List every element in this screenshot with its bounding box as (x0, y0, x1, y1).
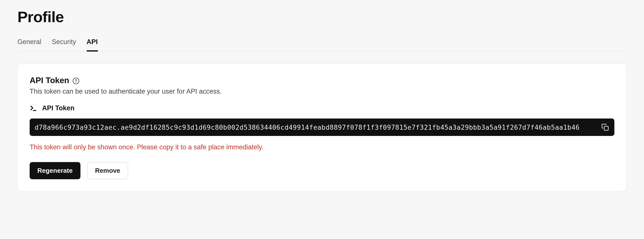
tab-general[interactable]: General (18, 38, 41, 52)
card-title: API Token (30, 76, 69, 85)
api-token-card: API Token ? This token can be used to au… (18, 64, 626, 192)
svg-rect-1 (604, 126, 608, 130)
tab-api[interactable]: API (87, 38, 98, 52)
token-warning: This token will only be shown once. Plea… (30, 144, 614, 151)
token-display: d78a966c973a93c12aec.ae9d2df16285c9c93d1… (30, 118, 614, 136)
copy-icon (602, 124, 609, 131)
card-description: This token can be used to authenticate y… (30, 88, 614, 95)
help-icon[interactable]: ? (73, 78, 79, 84)
copy-button[interactable] (601, 123, 610, 132)
token-value: d78a966c973a93c12aec.ae9d2df16285c9c93d1… (34, 124, 597, 131)
terminal-icon (30, 104, 37, 112)
page-title: Profile (18, 8, 626, 26)
token-label: API Token (42, 104, 74, 112)
tab-security[interactable]: Security (52, 38, 76, 52)
regenerate-button[interactable]: Regenerate (30, 162, 80, 179)
tabs: General Security API (18, 38, 626, 52)
remove-button[interactable]: Remove (88, 162, 128, 179)
